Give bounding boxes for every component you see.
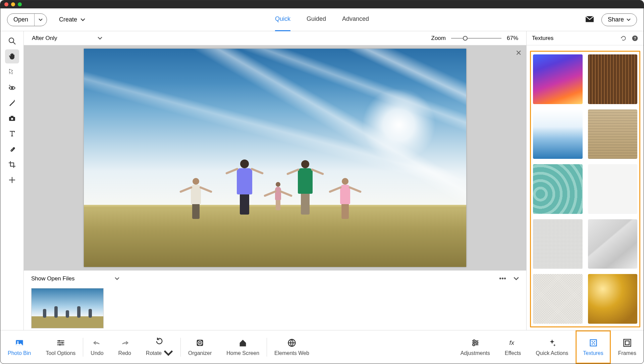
- zoom-label: Zoom: [431, 35, 446, 42]
- adjustments-button[interactable]: Adjustments: [453, 330, 497, 364]
- textures-grid-highlight: [530, 51, 640, 327]
- share-button[interactable]: Share: [601, 13, 637, 26]
- svg-rect-31: [624, 339, 631, 346]
- bin-select[interactable]: Show Open Files: [31, 275, 119, 282]
- healing-tool[interactable]: [5, 142, 19, 156]
- svg-point-28: [591, 343, 593, 345]
- create-button-label: Create: [59, 16, 77, 23]
- svg-point-29: [594, 343, 595, 345]
- view-mode-label: After Only: [32, 35, 57, 42]
- top-toolbar: Open Create Quick Guided Advanced Share: [0, 8, 644, 31]
- close-document-button[interactable]: ✕: [516, 49, 522, 57]
- open-button[interactable]: Open: [7, 13, 47, 26]
- zoom-slider[interactable]: [451, 38, 501, 39]
- zoom-value: 67%: [507, 35, 518, 42]
- tab-guided[interactable]: Guided: [307, 8, 326, 31]
- mail-icon[interactable]: [585, 15, 594, 24]
- texture-crumpled-paper[interactable]: [588, 219, 638, 269]
- window-minimize-icon[interactable]: [11, 2, 15, 6]
- texture-gold-foil[interactable]: [588, 274, 638, 324]
- svg-point-19: [199, 342, 201, 344]
- svg-point-27: [594, 341, 595, 342]
- texture-paper-plain[interactable]: [588, 164, 638, 214]
- document-photo: [84, 49, 466, 267]
- hand-tool[interactable]: [5, 49, 19, 63]
- redo-icon: [120, 338, 129, 348]
- svg-text:?: ?: [634, 36, 636, 40]
- zoom-slider-thumb[interactable]: [463, 36, 468, 41]
- healing-tool-icon: [8, 145, 16, 153]
- texture-linen[interactable]: [533, 274, 583, 324]
- svg-point-23: [473, 344, 475, 346]
- right-panel-title: Textures: [532, 35, 553, 42]
- type-tool[interactable]: [5, 127, 19, 141]
- reset-icon[interactable]: [620, 35, 627, 42]
- type-tool-icon: [8, 130, 16, 138]
- right-panel: Textures ?: [526, 31, 644, 330]
- effects-icon: fx: [508, 338, 518, 348]
- organizer-button[interactable]: Organizer: [181, 330, 219, 364]
- effects-button[interactable]: fx Effects: [497, 330, 529, 364]
- zoom-tool[interactable]: [5, 34, 19, 48]
- window-maximize-icon[interactable]: [18, 2, 22, 6]
- chevron-down-icon[interactable]: [514, 277, 519, 281]
- texture-brick-white[interactable]: [533, 219, 583, 269]
- canvas-area[interactable]: ✕: [24, 45, 526, 270]
- quick-select-tool[interactable]: [5, 65, 19, 79]
- frames-icon: [623, 338, 632, 348]
- whiten-tool-icon: [8, 99, 16, 107]
- rotate-button[interactable]: Rotate: [139, 330, 180, 364]
- textures-grid: [533, 54, 637, 324]
- chevron-down-icon: [115, 277, 119, 280]
- elements-web-button[interactable]: Elements Web: [267, 330, 317, 364]
- crop-tool-icon: [8, 161, 16, 169]
- crop-tool[interactable]: [5, 157, 19, 172]
- frames-button[interactable]: Frames: [611, 330, 644, 364]
- svg-point-30: [593, 342, 594, 344]
- camera-tool[interactable]: [5, 111, 19, 125]
- zoom-tool-icon: [8, 37, 16, 45]
- tool-options-icon: [56, 338, 65, 348]
- help-icon[interactable]: ?: [632, 35, 638, 42]
- tab-advanced[interactable]: Advanced: [342, 8, 369, 31]
- photo-bin-button[interactable]: Photo Bin: [0, 330, 38, 364]
- open-dropdown-icon[interactable]: [35, 17, 47, 22]
- photo-bin-bar: Show Open Files •••: [24, 270, 526, 286]
- svg-point-21: [473, 340, 475, 342]
- organizer-icon: [195, 338, 205, 348]
- hand-tool-icon: [8, 52, 16, 60]
- texture-light-wood[interactable]: [588, 109, 638, 159]
- svg-point-15: [61, 342, 63, 344]
- adjustments-icon: [471, 338, 480, 348]
- bin-more-icon[interactable]: •••: [499, 275, 506, 282]
- open-button-label: Open: [7, 16, 34, 23]
- texture-blue-crystal[interactable]: [533, 109, 583, 159]
- chevron-down-icon: [98, 37, 102, 40]
- chevron-down-icon: [80, 17, 85, 22]
- svg-point-26: [591, 341, 593, 342]
- home-screen-button[interactable]: Home Screen: [219, 330, 267, 364]
- undo-button[interactable]: Undo: [83, 330, 111, 364]
- photo-bin-thumbnail[interactable]: [31, 288, 104, 328]
- redo-button[interactable]: Redo: [111, 330, 139, 364]
- move-tool[interactable]: [5, 173, 19, 187]
- svg-point-0: [9, 38, 14, 43]
- tool-options-button[interactable]: Tool Options: [38, 330, 83, 364]
- svg-rect-6: [11, 116, 13, 117]
- bin-select-label: Show Open Files: [31, 275, 74, 282]
- window-close-icon[interactable]: [4, 2, 8, 6]
- whiten-tool[interactable]: [5, 96, 19, 110]
- quick-actions-button[interactable]: Quick Actions: [528, 330, 576, 364]
- share-button-label: Share: [608, 16, 624, 23]
- textures-button[interactable]: Textures: [576, 330, 610, 364]
- svg-point-14: [58, 340, 60, 342]
- texture-teal-waves[interactable]: [533, 164, 583, 214]
- svg-point-3: [11, 87, 13, 89]
- tab-quick[interactable]: Quick: [275, 8, 290, 31]
- redeye-tool[interactable]: +: [5, 80, 19, 94]
- view-mode-select[interactable]: After Only: [32, 35, 102, 42]
- move-tool-icon: [8, 176, 16, 184]
- texture-wood-grain[interactable]: [588, 54, 638, 104]
- create-button[interactable]: Create: [59, 16, 85, 23]
- texture-gradient-sunset[interactable]: [533, 54, 583, 104]
